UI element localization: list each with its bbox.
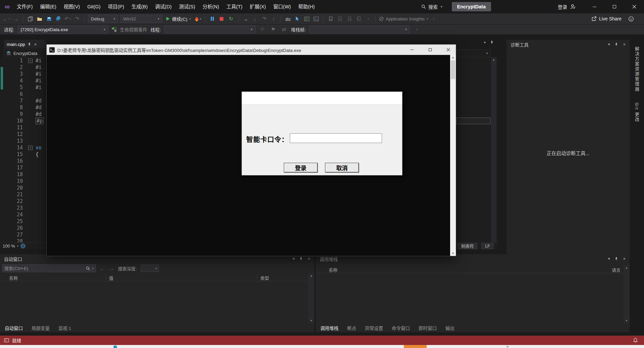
save-button[interactable] bbox=[45, 14, 53, 23]
scroll-up-icon[interactable]: ▲ bbox=[625, 266, 628, 269]
close-icon[interactable]: × bbox=[623, 256, 626, 261]
menu-item[interactable]: 文件(F) bbox=[13, 0, 37, 13]
stack-frame-dropdown[interactable]: ▾ bbox=[309, 25, 410, 33]
navigate-back-button[interactable]: ←▾ bbox=[3, 14, 10, 23]
signin-label[interactable]: 登录 bbox=[558, 3, 567, 10]
scroll-up-icon[interactable]: ▲ bbox=[492, 58, 495, 61]
side-strip-tab[interactable]: Git 更改 bbox=[634, 100, 640, 122]
search-button[interactable]: 搜索 ▾ bbox=[421, 3, 442, 10]
redo-button[interactable]: ↷ bbox=[73, 14, 81, 23]
fold-marker-icon[interactable] bbox=[28, 186, 33, 190]
scroll-up-icon[interactable]: ▲ bbox=[452, 56, 454, 59]
solution-platforms-dropdown[interactable]: Win32▾ bbox=[120, 15, 162, 23]
toggle-current-thread-button[interactable]: ⇄ bbox=[280, 25, 288, 34]
login-button[interactable]: 登录 bbox=[284, 163, 318, 172]
panel-tab[interactable]: 输出 bbox=[445, 325, 454, 331]
fold-marker-icon[interactable] bbox=[28, 65, 33, 70]
flag-threads-button[interactable]: ⚐ bbox=[259, 25, 266, 34]
lifecycle-events-icon[interactable] bbox=[112, 27, 117, 32]
background-tasks-icon[interactable] bbox=[4, 338, 9, 343]
console-maximize-button[interactable] bbox=[422, 45, 438, 55]
console-window[interactable]: D:\娄老师专用\龙脉密码钥匙驱动实例工具等\mToken-GM3000\skf… bbox=[46, 44, 456, 256]
fold-marker-icon[interactable]: − bbox=[28, 59, 33, 63]
pin-icon[interactable] bbox=[28, 43, 31, 46]
column-header-name[interactable]: 名称 bbox=[329, 267, 337, 273]
fold-marker-icon[interactable] bbox=[28, 159, 33, 163]
step-into-button[interactable]: ↓ bbox=[251, 14, 259, 23]
close-button[interactable] bbox=[624, 0, 644, 13]
immediate-window-button[interactable] bbox=[313, 14, 320, 23]
scroll-down-icon[interactable]: ▼ bbox=[625, 319, 628, 322]
fold-marker-icon[interactable] bbox=[28, 112, 33, 117]
fold-marker-icon[interactable] bbox=[28, 199, 33, 204]
fold-marker-icon[interactable] bbox=[28, 226, 33, 230]
side-strip-tab[interactable]: 解决方案资源管理器 bbox=[634, 45, 640, 92]
pin-icon[interactable] bbox=[614, 257, 618, 261]
panel-tab[interactable]: 即时窗口 bbox=[419, 325, 437, 331]
account-icon[interactable] bbox=[570, 4, 576, 10]
column-header-type[interactable]: 类型 bbox=[260, 275, 269, 281]
column-divider[interactable] bbox=[257, 274, 257, 280]
menu-item[interactable]: 分析(N) bbox=[199, 0, 223, 13]
chevron-down-icon[interactable]: ▾ bbox=[484, 41, 486, 44]
fold-marker-icon[interactable] bbox=[28, 85, 33, 90]
thread-dropdown[interactable]: ▾ bbox=[164, 25, 256, 33]
chevron-down-icon[interactable]: ▾ bbox=[486, 52, 488, 55]
show-next-statement-button[interactable]: → bbox=[242, 14, 249, 23]
fold-marker-icon[interactable] bbox=[28, 99, 33, 103]
smartcard-pin-input[interactable] bbox=[290, 133, 382, 143]
menu-item[interactable]: 扩展(X) bbox=[246, 0, 269, 13]
fold-marker-icon[interactable] bbox=[28, 92, 33, 96]
document-tab-main-cpp[interactable]: main.cpp × bbox=[4, 40, 46, 49]
fold-marker-icon[interactable] bbox=[28, 139, 33, 143]
pin-icon[interactable] bbox=[299, 257, 303, 261]
menu-item[interactable]: 编辑(E) bbox=[37, 0, 60, 13]
search-back-icon[interactable]: ← bbox=[100, 266, 105, 271]
show-output-button[interactable] bbox=[303, 14, 311, 23]
fold-marker-icon[interactable] bbox=[28, 233, 33, 237]
bookmark-overflow-button[interactable]: ▾ bbox=[365, 14, 372, 23]
pin-icon[interactable] bbox=[490, 41, 494, 44]
fold-marker-icon[interactable] bbox=[28, 72, 33, 76]
lifecycle-events-label[interactable]: 生命周期事件 bbox=[120, 26, 147, 33]
process-dropdown[interactable]: [7292] EncryptData.exe ▾ bbox=[18, 25, 108, 33]
menu-item[interactable]: 调试(D) bbox=[151, 0, 175, 13]
search-input[interactable] bbox=[4, 266, 84, 271]
tabs-indicator[interactable]: 制表符 bbox=[458, 243, 478, 249]
fold-marker-icon[interactable] bbox=[28, 79, 33, 83]
search-depth-dropdown[interactable]: ▾ bbox=[141, 265, 159, 272]
cancel-button[interactable]: 取消 bbox=[325, 163, 359, 172]
open-file-button[interactable] bbox=[36, 14, 43, 23]
call-stack-scrollbar[interactable]: ▲ ▼ bbox=[624, 265, 630, 323]
chevron-down-icon[interactable]: ▾ bbox=[92, 267, 94, 270]
close-icon[interactable]: × bbox=[308, 256, 310, 261]
menu-item[interactable]: Git(G) bbox=[84, 0, 104, 13]
restart-button[interactable]: ↻ bbox=[227, 14, 235, 23]
autos-scrollbar[interactable]: ▲ ▼ bbox=[308, 273, 314, 323]
chevron-down-icon[interactable]: ▾ bbox=[608, 257, 610, 261]
fold-marker-icon[interactable] bbox=[28, 239, 33, 243]
search-forward-icon[interactable]: → bbox=[109, 266, 114, 271]
debug-bar-overflow-button[interactable]: ▾ bbox=[413, 25, 421, 34]
console-scrollbar[interactable]: ▲ ▼ bbox=[450, 55, 456, 256]
toolbar-overflow-button[interactable]: ▾ bbox=[430, 14, 437, 23]
console-minimize-button[interactable] bbox=[404, 45, 420, 55]
app-insights-button[interactable]: Application Insights ▾ bbox=[379, 16, 428, 21]
menu-item[interactable]: 测试(S) bbox=[175, 0, 199, 13]
solution-name-chip[interactable]: EncryptData bbox=[452, 2, 491, 11]
column-header-value[interactable]: 值 bbox=[109, 275, 113, 281]
taskbar-overflow-icon[interactable]: » bbox=[506, 345, 508, 348]
pin-icon[interactable] bbox=[614, 43, 618, 46]
run-to-click-button[interactable] bbox=[294, 14, 301, 23]
globe-icon[interactable] bbox=[20, 243, 25, 249]
minimize-button[interactable] bbox=[585, 0, 604, 13]
panel-tab[interactable]: 异常设置 bbox=[365, 325, 383, 331]
fold-marker-icon[interactable]: − bbox=[28, 146, 33, 150]
column-divider[interactable] bbox=[106, 274, 106, 280]
undo-button[interactable]: ↶▾ bbox=[64, 14, 71, 23]
line-ending-indicator[interactable]: LF bbox=[481, 243, 494, 249]
new-window-button[interactable] bbox=[26, 14, 34, 23]
solution-configurations-dropdown[interactable]: Debug▾ bbox=[88, 15, 118, 23]
clear-bookmarks-button[interactable] bbox=[355, 14, 363, 23]
fold-marker-icon[interactable] bbox=[28, 213, 33, 217]
